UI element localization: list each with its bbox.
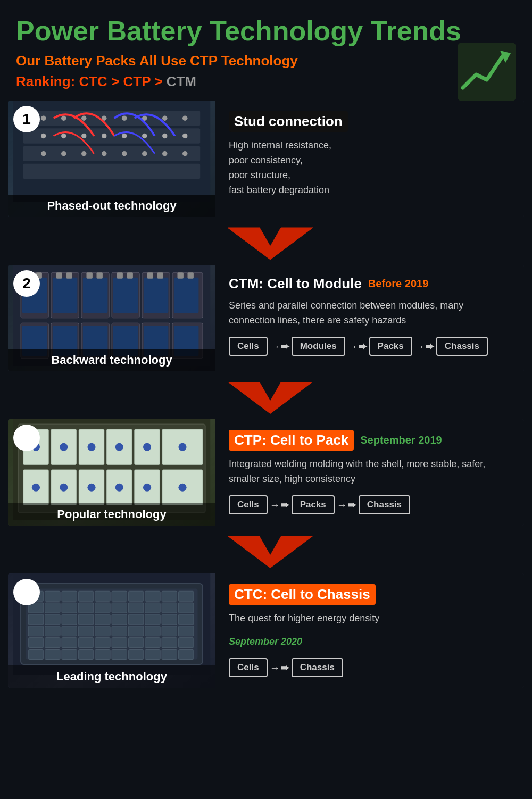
- section-1-num: 1: [13, 106, 40, 132]
- svg-rect-127: [128, 614, 144, 625]
- svg-rect-142: [45, 637, 61, 647]
- svg-rect-155: [95, 649, 111, 659]
- svg-rect-120: [178, 603, 194, 613]
- svg-point-21: [162, 134, 168, 139]
- svg-point-87: [87, 443, 95, 451]
- svg-rect-137: [128, 626, 144, 636]
- svg-rect-106: [112, 591, 127, 601]
- ranking: Ranking: CTC > CTP > CTM: [16, 73, 516, 90]
- section-4-content: CTC: Cell to Chassis The quest for highe…: [215, 573, 524, 688]
- svg-rect-104: [78, 591, 94, 601]
- svg-rect-153: [62, 649, 77, 659]
- svg-rect-152: [45, 649, 61, 659]
- svg-point-15: [41, 134, 46, 139]
- svg-point-8: [61, 116, 66, 121]
- svg-point-28: [142, 151, 147, 156]
- svg-rect-124: [78, 614, 94, 625]
- svg-rect-118: [145, 603, 161, 613]
- svg-rect-42: [83, 278, 108, 313]
- svg-point-30: [182, 151, 188, 156]
- flow-chassis-2: Chassis: [436, 337, 488, 356]
- flow-cells: Cells: [229, 337, 268, 356]
- subtitle-prefix: Our Battery Packs All Use: [16, 53, 190, 69]
- svg-rect-55: [157, 272, 163, 278]
- section-4-title: CTC: Cell to Chassis: [229, 584, 511, 605]
- svg-rect-128: [145, 614, 161, 625]
- section-3-year: September 2019: [360, 434, 442, 446]
- svg-rect-144: [78, 637, 94, 647]
- svg-rect-150: [178, 637, 194, 647]
- svg-rect-140: [178, 626, 194, 636]
- section-3-image: 3 Popular technology: [8, 419, 215, 526]
- svg-rect-54: [147, 272, 153, 278]
- svg-rect-112: [45, 603, 61, 613]
- flow-chassis-3: Chassis: [359, 495, 410, 514]
- svg-rect-121: [28, 614, 44, 625]
- section-3-title-text: CTP: Cell to Pack: [229, 430, 354, 451]
- svg-rect-57: [188, 272, 194, 278]
- arrow-divider-3: [8, 531, 532, 573]
- section-4: 4 Leading technology CTC: Cell to Chassi…: [8, 573, 524, 688]
- svg-rect-0: [458, 43, 516, 101]
- svg-rect-147: [128, 637, 144, 647]
- svg-rect-160: [178, 649, 194, 659]
- section-2-content: CTM: Cell to Module Before 2019 Series a…: [215, 265, 524, 371]
- svg-point-13: [162, 116, 168, 121]
- section-3-flow: Cells →➨ Packs →➨ Chassis: [229, 495, 511, 514]
- section-3-desc: Integrated welding molding with the shel…: [229, 457, 511, 487]
- section-4-desc: The quest for higher energy density: [229, 611, 511, 626]
- svg-rect-43: [113, 278, 138, 313]
- svg-rect-139: [162, 626, 177, 636]
- svg-rect-117: [128, 603, 144, 613]
- trend-icon: [458, 43, 516, 101]
- svg-point-9: [81, 116, 87, 121]
- arrow-divider-2: [8, 377, 532, 419]
- subtitle-highlight: CTP Technology: [190, 53, 298, 69]
- section-3-badge: Popular technology: [8, 503, 215, 526]
- svg-rect-135: [95, 626, 111, 636]
- section-4-badge: Leading technology: [8, 665, 215, 688]
- svg-rect-132: [45, 626, 61, 636]
- section-4-image: 4 Leading technology: [8, 573, 215, 688]
- flow-modules: Modules: [292, 337, 345, 356]
- svg-rect-133: [62, 626, 77, 636]
- svg-point-29: [162, 151, 168, 156]
- flow-arrow-3: →➨: [414, 340, 434, 353]
- svg-point-7: [41, 116, 46, 121]
- svg-rect-145: [95, 637, 111, 647]
- section-1-title-text: Stud connection: [229, 111, 348, 132]
- svg-point-90: [178, 443, 186, 451]
- svg-rect-158: [145, 649, 161, 659]
- section-1-badge: Phased-out technology: [8, 195, 215, 217]
- section-3-num: 3: [13, 425, 40, 451]
- svg-point-20: [142, 134, 147, 139]
- svg-rect-107: [128, 591, 144, 601]
- svg-point-27: [122, 151, 127, 156]
- svg-point-91: [32, 483, 40, 491]
- svg-point-86: [60, 443, 68, 451]
- svg-rect-41: [53, 278, 78, 313]
- svg-point-26: [102, 151, 107, 156]
- section-2-num: 2: [13, 270, 40, 297]
- svg-point-25: [81, 151, 87, 156]
- svg-rect-151: [28, 649, 44, 659]
- subtitle: Our Battery Packs All Use CTP Technology: [16, 53, 516, 69]
- section-1-image: 1 Phased-out technology: [8, 101, 215, 217]
- flow-chassis-4: Chassis: [292, 658, 343, 677]
- svg-point-17: [81, 134, 87, 139]
- svg-rect-114: [78, 603, 94, 613]
- svg-rect-131: [28, 626, 44, 636]
- svg-rect-3: [23, 111, 201, 126]
- arrow-divider-1: [8, 222, 532, 265]
- flow-cells-4: Cells: [229, 658, 268, 677]
- svg-point-92: [60, 483, 68, 491]
- svg-rect-108: [145, 591, 161, 601]
- svg-rect-154: [78, 649, 94, 659]
- flow-arrow-4: →➨: [270, 661, 289, 674]
- svg-rect-50: [87, 272, 93, 278]
- section-4-flow: Cells →➨ Chassis: [229, 658, 511, 677]
- flow-packs: Packs: [369, 337, 412, 356]
- svg-point-24: [61, 151, 66, 156]
- section-2-title: CTM: Cell to Module Before 2019: [229, 276, 511, 292]
- svg-point-96: [178, 483, 186, 491]
